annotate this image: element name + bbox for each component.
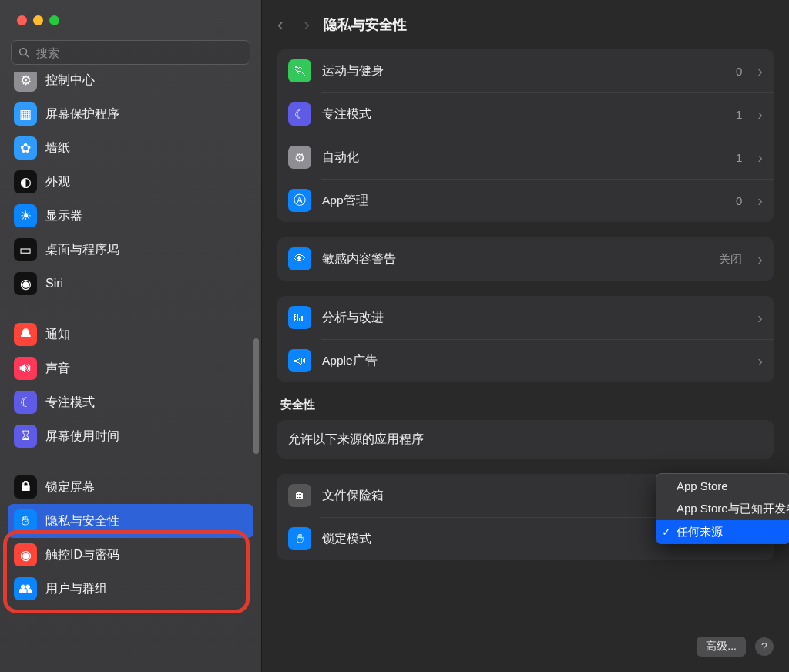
sidebar-item-touchid[interactable]: ◉触控ID与密码 bbox=[8, 538, 253, 572]
row-sensitive-content[interactable]: 👁︎ 敏感内容警告 关闭 › bbox=[277, 237, 774, 281]
sidebar-item-users-groups[interactable]: 👥︎用户与群组 bbox=[8, 572, 253, 606]
settings-window: ⚙︎控制中心 ▦屏幕保护程序 ✿墙纸 ◐外观 ☀︎显示器 ▭桌面与程序坞 ◉Si… bbox=[0, 0, 789, 672]
vault-icon: 🏠︎ bbox=[288, 484, 311, 507]
privacy-group-3: 📊︎ 分析与改进 › 📣︎ Apple广告 › bbox=[277, 296, 774, 382]
row-label: 文件保险箱 bbox=[322, 488, 708, 504]
row-label: 敏感内容警告 bbox=[322, 251, 708, 267]
dropdown-option-label: 任何来源 bbox=[677, 525, 723, 539]
hourglass-icon: ⌛︎ bbox=[14, 425, 37, 448]
row-automation[interactable]: ⚙︎ 自动化 1 › bbox=[277, 136, 774, 179]
sidebar-item-screentime[interactable]: ⌛︎屏幕使用时间 bbox=[8, 419, 253, 453]
sidebar-item-label: 通知 bbox=[45, 327, 70, 343]
row-label: 允许以下来源的应用程序 bbox=[288, 432, 763, 448]
nav-forward-button[interactable]: › bbox=[304, 15, 310, 34]
eye-icon: 👁︎ bbox=[288, 247, 311, 270]
allow-apps-dropdown[interactable]: App Store App Store与已知开发者 ✓任何来源 bbox=[656, 473, 789, 544]
titlebar: ‹ › 隐私与安全性 bbox=[262, 0, 789, 49]
sun-icon: ☀︎ bbox=[14, 204, 37, 227]
sidebar-item-screensaver[interactable]: ▦屏幕保护程序 bbox=[8, 97, 253, 131]
content-scroll[interactable]: 🏃︎ 运动与健身 0 › ☾ 专注模式 1 › ⚙︎ 自动化 1 › bbox=[262, 49, 789, 672]
sidebar-item-control-center[interactable]: ⚙︎控制中心 bbox=[8, 72, 253, 97]
sidebar-item-label: 屏幕保护程序 bbox=[45, 106, 119, 123]
bell-icon: 🔔︎ bbox=[14, 323, 37, 346]
dock-icon: ▭ bbox=[14, 238, 37, 261]
advanced-button[interactable]: 高级... bbox=[697, 637, 746, 657]
security-heading: 安全性 bbox=[277, 398, 774, 420]
sidebar-item-focus[interactable]: ☾专注模式 bbox=[8, 385, 253, 419]
sidebar-item-label: 桌面与程序坞 bbox=[45, 242, 119, 258]
row-value: 0 bbox=[736, 65, 742, 78]
sidebar-item-label: 触控ID与密码 bbox=[45, 547, 119, 563]
row-label: 自动化 bbox=[322, 150, 725, 166]
hand-icon: ✋︎ bbox=[288, 527, 311, 550]
sidebar-item-label: Siri bbox=[45, 277, 63, 291]
chevron-right-icon: › bbox=[757, 309, 763, 327]
privacy-group-2: 👁︎ 敏感内容警告 关闭 › bbox=[277, 237, 774, 281]
close-window-button[interactable] bbox=[17, 15, 27, 25]
moon-icon: ☾ bbox=[14, 391, 37, 414]
contrast-icon: ◐ bbox=[14, 170, 37, 193]
screensaver-icon: ▦ bbox=[14, 102, 37, 126]
sidebar-item-label: 控制中心 bbox=[45, 72, 95, 89]
row-label: App管理 bbox=[322, 193, 725, 209]
sidebar-item-privacy-security[interactable]: ✋︎隐私与安全性 bbox=[8, 504, 253, 538]
chart-icon: 📊︎ bbox=[288, 306, 311, 329]
help-button[interactable]: ? bbox=[755, 637, 774, 656]
chevron-right-icon: › bbox=[757, 250, 763, 268]
sidebar-item-label: 显示器 bbox=[45, 208, 82, 224]
main-panel: ‹ › 隐私与安全性 🏃︎ 运动与健身 0 › ☾ 专注模式 1 › bbox=[262, 0, 789, 672]
row-label: 运动与健身 bbox=[322, 63, 725, 79]
sidebar-item-desktop-dock[interactable]: ▭桌面与程序坞 bbox=[8, 233, 253, 267]
speaker-icon: 🔊︎ bbox=[14, 357, 37, 380]
sidebar-scrollbar[interactable] bbox=[253, 338, 259, 454]
megaphone-icon: 📣︎ bbox=[288, 349, 311, 372]
sidebar-item-wallpaper[interactable]: ✿墙纸 bbox=[8, 131, 253, 165]
minimize-window-button[interactable] bbox=[33, 15, 43, 25]
sidebar-item-lockscreen[interactable]: 🔒︎锁定屏幕 bbox=[8, 470, 253, 504]
sidebar-scroll[interactable]: ⚙︎控制中心 ▦屏幕保护程序 ✿墙纸 ◐外观 ☀︎显示器 ▭桌面与程序坞 ◉Si… bbox=[0, 72, 261, 672]
sidebar-item-displays[interactable]: ☀︎显示器 bbox=[8, 199, 253, 233]
sidebar-item-label: 外观 bbox=[45, 174, 70, 190]
chevron-right-icon: › bbox=[757, 106, 763, 123]
row-allow-apps-from[interactable]: 允许以下来源的应用程序 bbox=[277, 420, 774, 459]
fingerprint-icon: ◉ bbox=[14, 543, 37, 566]
search-icon bbox=[18, 47, 30, 59]
sliders-icon: ⚙︎ bbox=[14, 72, 37, 92]
row-motion-fitness[interactable]: 🏃︎ 运动与健身 0 › bbox=[277, 49, 774, 92]
sidebar-item-sound[interactable]: 🔊︎声音 bbox=[8, 351, 253, 385]
row-analytics[interactable]: 📊︎ 分析与改进 › bbox=[277, 296, 774, 339]
siri-icon: ◉ bbox=[14, 272, 37, 295]
appstore-icon: Ⓐ bbox=[288, 189, 311, 212]
row-app-management[interactable]: Ⓐ App管理 0 › bbox=[277, 179, 774, 222]
chevron-right-icon: › bbox=[757, 192, 763, 210]
row-value: 0 bbox=[736, 194, 742, 207]
flower-icon: ✿ bbox=[14, 136, 37, 160]
privacy-group-1: 🏃︎ 运动与健身 0 › ☾ 专注模式 1 › ⚙︎ 自动化 1 › bbox=[277, 49, 774, 222]
row-label: Apple广告 bbox=[322, 353, 742, 369]
zoom-window-button[interactable] bbox=[49, 15, 59, 25]
sidebar-item-appearance[interactable]: ◐外观 bbox=[8, 165, 253, 199]
row-label: 分析与改进 bbox=[322, 310, 742, 326]
sidebar-item-label: 屏幕使用时间 bbox=[45, 428, 119, 445]
sidebar-item-siri[interactable]: ◉Siri bbox=[8, 267, 253, 301]
window-controls bbox=[0, 0, 261, 40]
dropdown-option-label: App Store bbox=[677, 479, 728, 492]
lock-icon: 🔒︎ bbox=[14, 475, 37, 499]
row-focus[interactable]: ☾ 专注模式 1 › bbox=[277, 92, 774, 136]
dropdown-option-app-store-identified[interactable]: App Store与已知开发者 bbox=[656, 497, 789, 520]
row-apple-ads[interactable]: 📣︎ Apple广告 › bbox=[277, 339, 774, 382]
dropdown-option-app-store[interactable]: App Store bbox=[656, 474, 789, 497]
sidebar-item-label: 用户与群组 bbox=[45, 581, 107, 597]
gears-icon: ⚙︎ bbox=[288, 146, 311, 169]
dropdown-option-label: App Store与已知开发者 bbox=[677, 502, 789, 516]
sidebar-item-label: 声音 bbox=[45, 361, 70, 377]
runner-icon: 🏃︎ bbox=[288, 59, 311, 82]
sidebar-item-notifications[interactable]: 🔔︎通知 bbox=[8, 318, 253, 351]
nav-back-button[interactable]: ‹ bbox=[277, 15, 284, 34]
users-icon: 👥︎ bbox=[14, 577, 37, 600]
page-title: 隐私与安全性 bbox=[324, 15, 407, 34]
dropdown-option-anywhere[interactable]: ✓任何来源 bbox=[656, 520, 789, 543]
search-input[interactable] bbox=[36, 46, 243, 59]
chevron-right-icon: › bbox=[757, 149, 763, 166]
search-field[interactable] bbox=[11, 40, 250, 65]
